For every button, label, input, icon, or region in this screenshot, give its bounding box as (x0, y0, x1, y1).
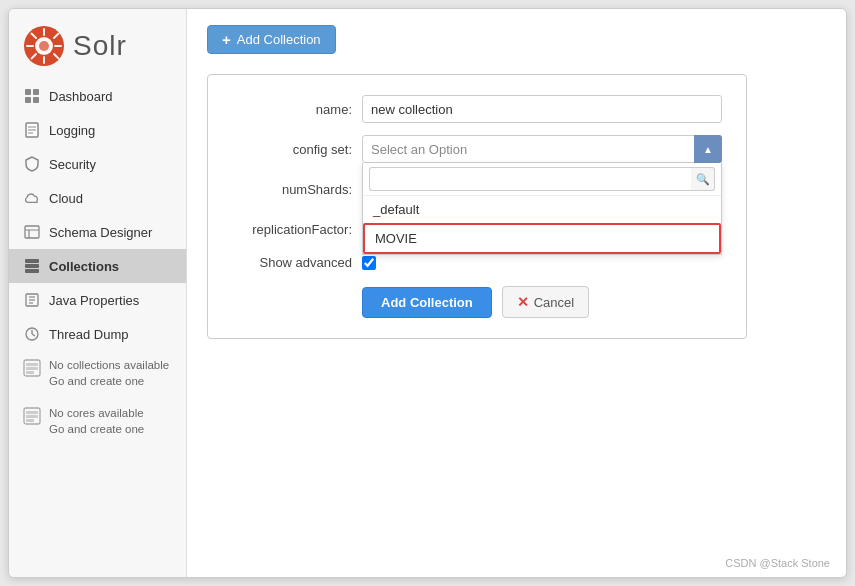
sidebar-item-java-properties[interactable]: Java Properties (9, 283, 186, 317)
page-header: + Add Collection (207, 25, 826, 54)
sidebar-item-label: Cloud (49, 191, 83, 206)
svg-line-31 (32, 334, 35, 336)
svg-rect-24 (25, 269, 39, 273)
footer-credit: CSDN @Stack Stone (725, 557, 830, 569)
svg-rect-38 (26, 415, 38, 418)
sidebar-item-collections[interactable]: Collections (9, 249, 186, 283)
sidebar-item-label: Security (49, 157, 96, 172)
sidebar-item-cloud[interactable]: Cloud (9, 181, 186, 215)
add-collection-form: name: config set: Select an Option (207, 74, 747, 339)
svg-rect-11 (25, 89, 31, 95)
collections-icon (23, 257, 41, 275)
sidebar-item-security[interactable]: Security (9, 147, 186, 181)
config-set-dropdown-panel: 🔍 _default MOVIE (362, 163, 722, 255)
dropdown-option-movie[interactable]: MOVIE (363, 223, 721, 254)
no-collections-icon (23, 359, 41, 377)
name-row: name: (232, 95, 722, 123)
dashboard-icon (23, 87, 41, 105)
dropdown-option-default[interactable]: _default (363, 196, 721, 223)
no-cores-line1: No cores available (49, 405, 144, 421)
svg-rect-34 (26, 367, 38, 370)
svg-rect-39 (26, 419, 34, 422)
sidebar-item-thread-dump[interactable]: Thread Dump (9, 317, 186, 351)
dropdown-search-input[interactable] (369, 167, 691, 191)
svg-rect-35 (26, 371, 34, 374)
submit-add-collection-button[interactable]: Add Collection (362, 287, 492, 318)
logo-text: Solr (73, 30, 127, 62)
action-buttons: Add Collection ✕ Cancel (362, 286, 722, 318)
sidebar-item-dashboard[interactable]: Dashboard (9, 79, 186, 113)
show-advanced-label: Show advanced (232, 255, 362, 270)
svg-rect-23 (25, 264, 39, 268)
no-cores-line2: Go and create one (49, 421, 144, 437)
logging-icon (23, 121, 41, 139)
add-collection-header-label: Add Collection (237, 32, 321, 47)
cancel-label: Cancel (534, 295, 574, 310)
sidebar-item-label: Schema Designer (49, 225, 152, 240)
config-set-wrapper: Select an Option 🔍 _default MOVIE (362, 135, 722, 163)
sidebar-item-label: Thread Dump (49, 327, 128, 342)
sidebar-navigation: Dashboard Logging Security (9, 79, 186, 577)
no-collections-message: No collections available Go and create o… (9, 351, 186, 399)
svg-rect-33 (26, 363, 38, 366)
svg-rect-37 (26, 411, 38, 414)
svg-rect-14 (33, 97, 39, 103)
name-label: name: (232, 102, 362, 117)
no-collections-line2: Go and create one (49, 373, 169, 389)
svg-rect-19 (25, 226, 39, 238)
sidebar-item-schema-designer[interactable]: Schema Designer (9, 215, 186, 249)
cloud-icon (23, 189, 41, 207)
cancel-button[interactable]: ✕ Cancel (502, 286, 589, 318)
svg-rect-13 (25, 97, 31, 103)
sidebar-item-label: Dashboard (49, 89, 113, 104)
sidebar-item-label: Logging (49, 123, 95, 138)
sidebar-item-label: Java Properties (49, 293, 139, 308)
config-set-row: config set: Select an Option 🔍 (232, 135, 722, 163)
config-set-select[interactable]: Select an Option (362, 135, 722, 163)
config-set-label: config set: (232, 142, 362, 157)
dropdown-search-button[interactable]: 🔍 (691, 167, 715, 191)
java-icon (23, 291, 41, 309)
no-cores-message: No cores available Go and create one (9, 399, 186, 447)
config-set-placeholder: Select an Option (371, 142, 721, 157)
svg-point-10 (39, 41, 49, 51)
add-collection-header-button[interactable]: + Add Collection (207, 25, 336, 54)
sidebar-item-logging[interactable]: Logging (9, 113, 186, 147)
dropdown-search-row: 🔍 (363, 163, 721, 196)
logo-area: Solr (9, 9, 186, 79)
sidebar: Solr Dashboard Logging (9, 9, 187, 577)
name-input[interactable] (362, 95, 722, 123)
num-shards-label: numShards: (232, 182, 362, 197)
sidebar-item-label: Collections (49, 259, 119, 274)
security-icon (23, 155, 41, 173)
svg-rect-12 (33, 89, 39, 95)
svg-rect-22 (25, 259, 39, 263)
no-cores-icon (23, 407, 41, 425)
replication-factor-label: replicationFactor: (232, 222, 362, 237)
search-icon: 🔍 (696, 173, 710, 186)
solr-logo-icon (23, 25, 65, 67)
thread-icon (23, 325, 41, 343)
plus-icon: + (222, 32, 231, 47)
cancel-x-icon: ✕ (517, 294, 529, 310)
main-content: + Add Collection name: config set: Selec… (187, 9, 846, 577)
show-advanced-row: Show advanced (232, 255, 722, 270)
show-advanced-checkbox[interactable] (362, 256, 376, 270)
schema-icon (23, 223, 41, 241)
no-collections-line1: No collections available (49, 357, 169, 373)
